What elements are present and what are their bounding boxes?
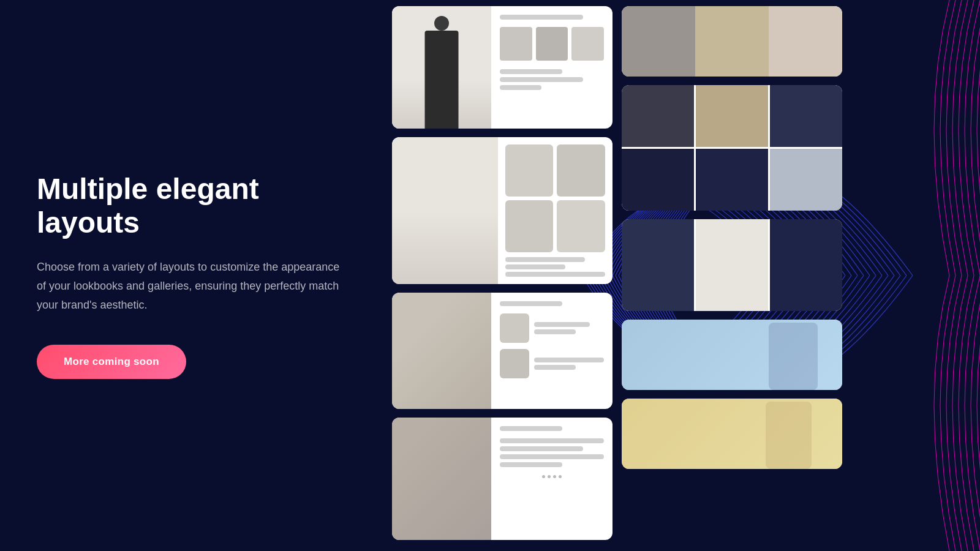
interior-item-2 xyxy=(557,144,605,197)
furniture-main-image xyxy=(392,293,491,409)
text-line xyxy=(500,438,604,443)
blue-model-figure xyxy=(769,323,818,390)
furniture-thumb-2 xyxy=(500,349,529,378)
cta-button[interactable]: More coming soon xyxy=(37,345,186,379)
grid-cell-3 xyxy=(770,85,842,147)
text-line xyxy=(500,69,562,74)
text-line xyxy=(500,462,562,467)
fashion-card-content xyxy=(491,6,612,129)
text-line xyxy=(534,329,576,334)
layout-card-table xyxy=(392,418,612,540)
interior-product-grid xyxy=(505,144,605,252)
furniture-card-content xyxy=(491,293,612,409)
product-thumb-3 xyxy=(571,27,604,61)
model-img-3 xyxy=(770,219,842,311)
layout-card-interior xyxy=(392,137,612,284)
lookbook-img-1 xyxy=(622,6,695,77)
yellow-model-figure xyxy=(766,402,812,469)
interior-text-section xyxy=(505,257,605,277)
product-thumb-2 xyxy=(536,27,568,61)
page-description: Choose from a variety of layouts to cust… xyxy=(37,258,343,314)
layout-card-furniture xyxy=(392,293,612,409)
grid-cell-4 xyxy=(622,149,694,211)
dot-2 xyxy=(548,475,551,478)
text-line xyxy=(500,85,541,90)
text-line xyxy=(534,322,590,327)
table-card-content xyxy=(491,418,612,540)
text-line xyxy=(534,358,604,362)
furniture-product-row-1 xyxy=(500,313,604,343)
text-line xyxy=(500,446,583,451)
text-line xyxy=(500,454,604,459)
model-img-1 xyxy=(622,219,694,311)
product-mini-grid xyxy=(500,27,604,61)
layout-card-models xyxy=(622,219,842,311)
grid-cell-6 xyxy=(770,149,842,211)
right-layout-column xyxy=(622,0,842,551)
lookbook-img-3 xyxy=(769,6,842,77)
furniture-thumb-1 xyxy=(500,313,529,343)
table-main-image xyxy=(392,418,491,540)
grid-cell-5 xyxy=(696,149,768,211)
text-line xyxy=(500,301,562,306)
grid-cell-2 xyxy=(696,85,768,147)
pagination-dots xyxy=(500,472,604,483)
grid-cell-1 xyxy=(622,85,694,147)
dot-1 xyxy=(542,475,545,478)
center-layout-column xyxy=(392,0,612,551)
fashion-main-image xyxy=(392,6,491,129)
model-img-2 xyxy=(696,219,768,311)
furniture-text-2 xyxy=(534,358,604,370)
text-line xyxy=(500,426,562,431)
text-line xyxy=(505,264,565,269)
text-line xyxy=(534,365,576,370)
interior-card-content xyxy=(498,137,612,284)
layout-card-blue-model xyxy=(622,320,842,390)
layout-card-yellow-model xyxy=(622,399,842,469)
text-line xyxy=(500,15,583,20)
interior-item-4 xyxy=(557,200,605,252)
dot-active xyxy=(553,475,556,478)
text-line xyxy=(500,77,583,82)
lookbook-img-2 xyxy=(695,6,769,77)
layout-card-fashion xyxy=(392,6,612,129)
furniture-text-1 xyxy=(534,322,604,334)
layout-card-fashion-grid xyxy=(622,85,842,211)
layout-card-lookbook-1 xyxy=(622,6,842,77)
furniture-products xyxy=(500,313,604,378)
fashion-grid xyxy=(622,85,842,211)
page-title: Multiple elegant layouts xyxy=(37,172,343,239)
dot-3 xyxy=(559,475,562,478)
table-text-lines xyxy=(500,438,604,467)
text-line xyxy=(505,272,605,277)
furniture-product-row-2 xyxy=(500,349,604,378)
text-line xyxy=(505,257,586,262)
interior-item-1 xyxy=(505,144,554,197)
left-panel: Multiple elegant layouts Choose from a v… xyxy=(37,172,343,379)
interior-item-3 xyxy=(505,200,554,252)
product-thumb-1 xyxy=(500,27,532,61)
interior-main-image xyxy=(392,137,498,284)
